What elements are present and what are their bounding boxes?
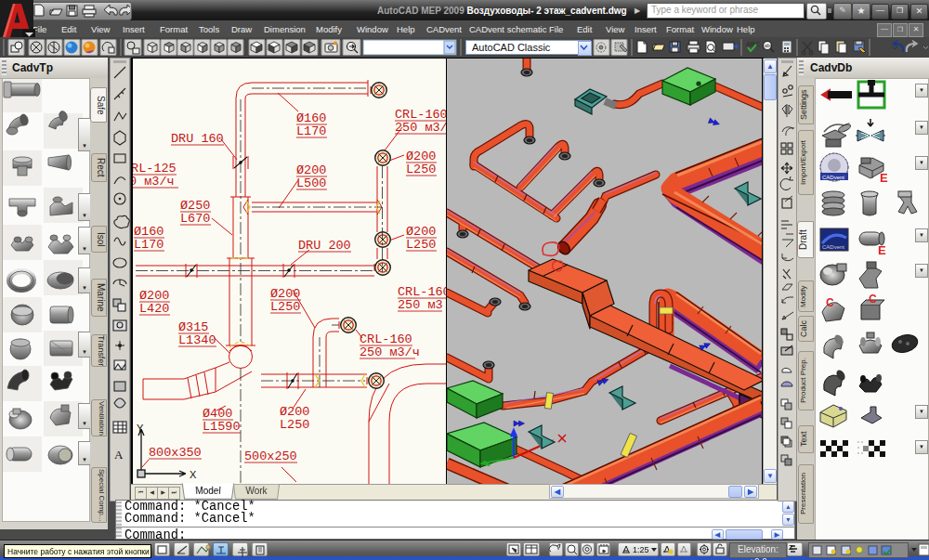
svg-text:Y: Y <box>137 423 144 434</box>
svg-text:CADvent: CADvent <box>822 175 844 180</box>
svg-text:Ø400: Ø400 <box>203 407 232 421</box>
svg-text:L250: L250 <box>270 300 300 314</box>
svg-text:ABC: ABC <box>746 41 760 47</box>
svg-text:Ø200: Ø200 <box>139 289 169 303</box>
svg-text:E: E <box>878 243 886 257</box>
svg-text:abc: abc <box>765 43 773 48</box>
svg-text:Ø200: Ø200 <box>406 225 436 239</box>
svg-text:A: A <box>114 448 124 462</box>
svg-text:L170: L170 <box>134 238 164 252</box>
svg-text:DRU 200: DRU 200 <box>298 239 351 253</box>
svg-text:Ø315: Ø315 <box>178 320 208 334</box>
svg-text:CRL-160: CRL-160 <box>398 285 446 299</box>
svg-text:1:25: 1:25 <box>633 545 649 554</box>
svg-text:L170: L170 <box>296 124 326 138</box>
svg-text:250 м3: 250 м3 <box>398 298 443 312</box>
svg-text:L250: L250 <box>406 238 436 252</box>
svg-text:L250: L250 <box>280 418 309 432</box>
svg-text:L1590: L1590 <box>203 420 241 434</box>
svg-text:E: E <box>880 171 888 185</box>
svg-text:800x350: 800x350 <box>149 446 202 460</box>
svg-text:Z: Z <box>789 543 793 552</box>
svg-text:X: X <box>190 469 197 480</box>
svg-text:Ø250: Ø250 <box>180 199 210 213</box>
svg-text:Ø200: Ø200 <box>406 150 436 163</box>
svg-text:L250: L250 <box>406 163 436 176</box>
svg-text:Ø200: Ø200 <box>280 405 309 419</box>
svg-text:L1340: L1340 <box>178 333 216 347</box>
svg-text:CRL-160: CRL-160 <box>395 108 446 122</box>
svg-text:0 м3/ч: 0 м3/ч <box>133 175 175 189</box>
svg-text:L500: L500 <box>296 176 326 190</box>
svg-text:CRL-160: CRL-160 <box>360 332 412 346</box>
svg-text:C: C <box>869 293 877 306</box>
svg-text:CADvent: CADvent <box>822 244 844 250</box>
svg-text:C: C <box>826 296 834 309</box>
svg-text:500x250: 500x250 <box>244 449 297 463</box>
svg-text:250 м3/: 250 м3/ <box>395 121 446 135</box>
svg-text:L420: L420 <box>139 302 169 316</box>
svg-text:Ø160: Ø160 <box>134 225 164 239</box>
svg-text:Ø200: Ø200 <box>296 163 326 177</box>
svg-text:L670: L670 <box>180 212 210 226</box>
svg-text:250 м3/ч: 250 м3/ч <box>360 345 420 359</box>
svg-text:Ø160: Ø160 <box>296 111 326 125</box>
svg-text:Ø200: Ø200 <box>270 287 300 301</box>
svg-text:DRU 160: DRU 160 <box>171 132 224 146</box>
svg-text:CRL-125: CRL-125 <box>133 162 177 176</box>
